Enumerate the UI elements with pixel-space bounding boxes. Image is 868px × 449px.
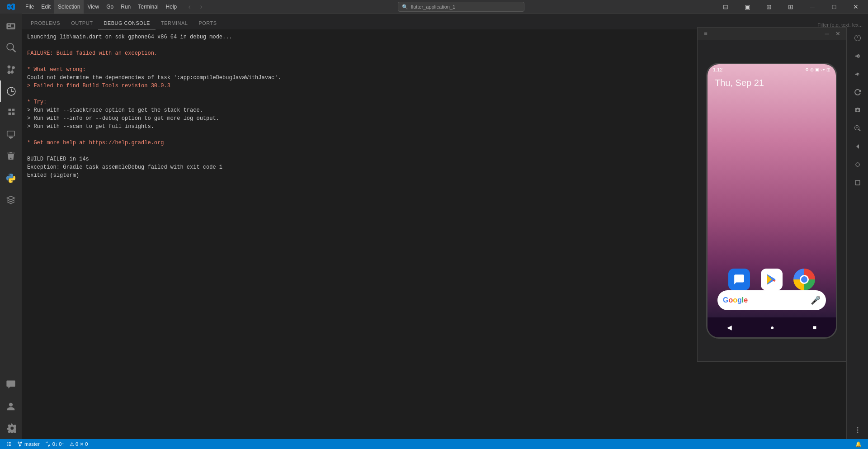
remote-status[interactable] [4,439,14,449]
search-text: flutter_application_1 [411,4,455,9]
activity-source-control[interactable] [0,59,22,80]
sync-count: 0↓ 0↑ [52,441,64,447]
close-button[interactable]: ✕ [845,0,866,14]
activity-chat[interactable] [0,374,22,396]
main-layout: PROBLEMS OUTPUT DEBUG CONSOLE TERMINAL P… [0,14,868,439]
activity-testing[interactable] [0,146,22,167]
phone-signal-icon: ◫ [826,67,830,72]
emulator-sidebar [846,27,868,439]
branch-name: master [24,441,40,447]
menu-terminal[interactable]: Terminal [134,0,162,14]
errors-status[interactable]: ⚠ 0 ✕ 0 [67,439,90,449]
minimize-button[interactable]: ─ [802,0,823,14]
activity-account[interactable] [0,396,22,417]
mic-icon: 🎤 [811,295,821,305]
svg-rect-4 [855,180,860,185]
phone-settings-icon: ⚙ [805,67,809,72]
phone-recent-button[interactable]: ■ [813,324,816,331]
svg-point-6 [857,430,858,431]
svg-point-7 [857,432,858,433]
emulator-minimize-button[interactable]: ─ [822,29,831,38]
menu-run[interactable]: Run [117,0,134,14]
layout-icon[interactable]: ⊟ [715,0,736,14]
rotate-button[interactable] [849,84,866,100]
phone-back-button[interactable]: ◀ [727,324,732,331]
svg-rect-2 [10,138,12,139]
titlebar-left: File Edit Selection View Go Run Terminal… [0,0,180,14]
phone-nav-bar: ◀ ● ■ [708,317,836,337]
titlebar-center: 🔍 flutter_application_1 [207,2,715,12]
menu-edit[interactable]: Edit [38,0,54,14]
screenshot-button[interactable] [849,102,866,118]
titlebar-right: ⊟ ▣ ⊞ ⊞ ─ □ ✕ [715,0,868,14]
phone-status-bar: 1:12 ⚙ ◎ ▣ ▿▾ ◫ [708,64,836,75]
menu-selection[interactable]: Selection [54,0,84,14]
activity-bar [0,14,22,439]
activity-drawio[interactable] [0,189,22,211]
activity-extensions[interactable] [0,102,22,124]
home-nav-button[interactable] [849,156,866,173]
vscode-logo-icon [0,0,22,14]
split-layout-icon[interactable]: ⊞ [759,0,779,14]
branch-status[interactable]: master [14,439,42,449]
chrome-app-icon[interactable] [793,269,815,290]
emulator-panel: ≡ ─ ✕ 1:12 ⚙ ◎ ▣ ▿▾ [697,27,846,362]
status-bar: master 0↓ 0↑ ⚠ 0 ✕ 0 🔔 [0,439,868,449]
activity-python[interactable] [0,167,22,189]
tab-output[interactable]: OUTPUT [66,17,98,29]
nav-forward-button[interactable]: › [196,1,207,12]
more-options-button[interactable] [849,422,866,438]
menu-go[interactable]: Go [103,0,117,14]
menu-file[interactable]: File [22,0,38,14]
titlebar: File Edit Selection View Go Run Terminal… [0,0,868,14]
phone-battery-icon: ▣ [815,67,819,72]
global-search-bar[interactable]: 🔍 flutter_application_1 [398,2,524,12]
sync-status[interactable]: 0↓ 0↑ [42,439,67,449]
phone-frame: 1:12 ⚙ ◎ ▣ ▿▾ ◫ Thu, Sep 21 [698,40,846,361]
activity-remote[interactable] [0,124,22,146]
phone-home-button[interactable]: ● [770,324,774,331]
messages-app-icon[interactable] [728,269,750,290]
customize-layout-icon[interactable]: ⊞ [780,0,801,14]
volume-down-button[interactable] [849,66,866,82]
activity-run-debug[interactable] [0,80,22,102]
volume-up-button[interactable] [849,48,866,64]
phone-alarm-icon: ◎ [810,67,814,72]
tab-terminal[interactable]: TERMINAL [156,17,193,29]
power-button[interactable] [849,30,866,46]
maximize-button[interactable]: □ [824,0,844,14]
activity-settings[interactable] [0,417,22,439]
activity-search[interactable] [0,37,22,59]
back-nav-button[interactable] [849,138,866,155]
phone-app-dock [728,269,815,290]
svg-point-3 [856,163,859,166]
nav-back-button[interactable]: ‹ [184,1,195,12]
phone-search-bar[interactable]: Google 🎤 [717,290,826,310]
emulator-toolbar: ≡ ─ ✕ [698,28,846,40]
phone-time: 1:12 [713,67,722,72]
search-icon: 🔍 [402,4,408,10]
phone-screen[interactable]: 1:12 ⚙ ◎ ▣ ▿▾ ◫ Thu, Sep 21 [708,64,836,317]
zoom-in-button[interactable] [849,120,866,137]
menu-view[interactable]: View [84,0,103,14]
tab-problems[interactable]: PROBLEMS [25,17,66,29]
nav-arrows: ‹ › [180,1,207,12]
play-store-app-icon[interactable] [761,269,783,290]
phone-date: Thu, Sep 21 [715,78,764,88]
svg-rect-0 [7,131,15,136]
phone-body: 1:12 ⚙ ◎ ▣ ▿▾ ◫ Thu, Sep 21 [706,63,837,339]
notification-status[interactable]: 🔔 [853,439,864,449]
menu-help[interactable]: Help [162,0,181,14]
emulator-menu-button[interactable]: ≡ [701,29,710,38]
activity-explorer[interactable] [0,15,22,37]
tab-ports[interactable]: PORTS [193,17,222,29]
emulator-toolbar-right: ─ ✕ [822,29,842,38]
svg-point-5 [857,427,858,429]
emulator-toolbar-left: ≡ [701,29,710,38]
emulator-close-button[interactable]: ✕ [833,29,842,38]
tab-debug-console[interactable]: DEBUG CONSOLE [98,17,155,29]
panel-layout-icon[interactable]: ▣ [737,0,758,14]
recent-nav-button[interactable] [849,175,866,191]
svg-rect-1 [9,137,13,138]
phone-wifi-icon: ▿▾ [821,67,825,72]
